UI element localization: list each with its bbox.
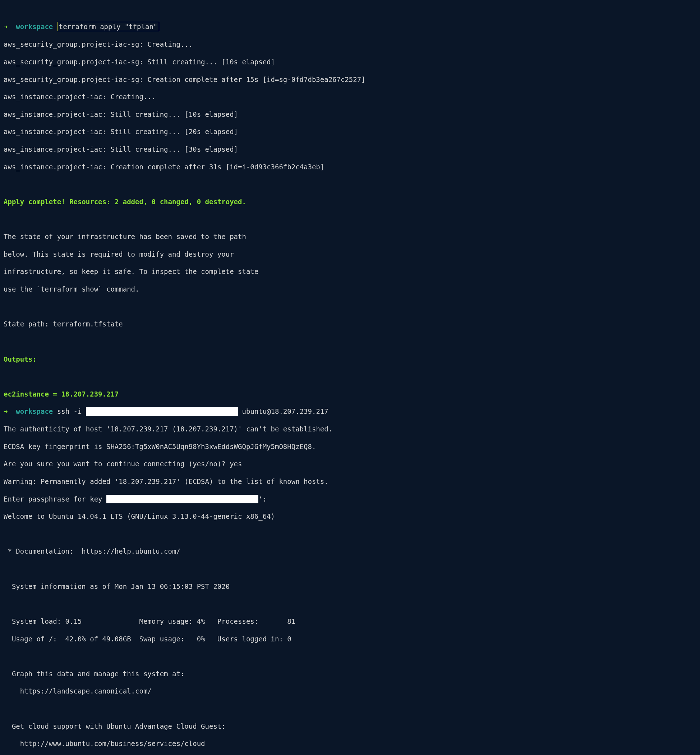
blank-line bbox=[3, 529, 697, 538]
outputs-header: Outputs: bbox=[3, 355, 697, 363]
blank-line bbox=[3, 372, 697, 381]
state-msg: use the `terraform show` command. bbox=[3, 285, 697, 293]
terraform-output-line: aws_instance.project-iac: Still creating… bbox=[3, 145, 697, 154]
blank-line bbox=[3, 215, 697, 224]
blank-line bbox=[3, 180, 697, 188]
state-msg: below. This state is required to modify … bbox=[3, 250, 697, 258]
terraform-output-line: aws_security_group.project-iac-sg: Creat… bbox=[3, 75, 697, 84]
terraform-output-line: aws_instance.project-iac: Still creating… bbox=[3, 110, 697, 119]
ssh-command-post: ubuntu@18.207.239.217 bbox=[238, 407, 328, 415]
prompt-line-2[interactable]: ➜ workspace ssh -i ubuntu@18.207.239.217 bbox=[3, 407, 697, 416]
blank-line bbox=[3, 337, 697, 346]
sysinfo-row: Usage of /: 42.0% of 49.08GB Swap usage:… bbox=[3, 634, 697, 643]
terraform-output-line: aws_instance.project-iac: Creating... bbox=[3, 92, 697, 101]
prompt-cwd: workspace bbox=[16, 23, 53, 31]
command-boxed: terraform apply "tfplan" bbox=[57, 22, 159, 31]
motd-graph: Graph this data and manage this system a… bbox=[3, 669, 697, 678]
terraform-output-line: aws_security_group.project-iac-sg: Creat… bbox=[3, 40, 697, 49]
ssh-output: The authenticity of host '18.207.239.217… bbox=[3, 424, 697, 433]
prompt-arrow-icon: ➜ bbox=[3, 407, 8, 415]
passphrase-pre: Enter passphrase for key bbox=[3, 495, 106, 503]
blank-line bbox=[3, 704, 697, 713]
apply-complete: Apply complete! Resources: 2 added, 0 ch… bbox=[3, 197, 697, 206]
state-msg: infrastructure, so keep it safe. To insp… bbox=[3, 267, 697, 276]
blank-line bbox=[3, 564, 697, 573]
prompt-line-1[interactable]: ➜ workspace terraform apply "tfplan" bbox=[3, 22, 697, 31]
motd-doc: * Documentation: https://help.ubuntu.com… bbox=[3, 547, 697, 556]
ssh-output: Warning: Permanently added '18.207.239.2… bbox=[3, 477, 697, 486]
redacted-keyname bbox=[106, 495, 258, 503]
ssh-passphrase-line: Enter passphrase for key ': bbox=[3, 495, 697, 503]
motd-graph-url: https://landscape.canonical.com/ bbox=[3, 687, 697, 695]
ssh-output: Are you sure you want to continue connec… bbox=[3, 459, 697, 468]
blank-line bbox=[3, 599, 697, 608]
welcome-banner: Welcome to Ubuntu 14.04.1 LTS (GNU/Linux… bbox=[3, 512, 697, 521]
blank-line bbox=[3, 652, 697, 661]
passphrase-post: ': bbox=[258, 495, 267, 503]
sysinfo-header: System information as of Mon Jan 13 06:1… bbox=[3, 582, 697, 591]
state-msg: The state of your infrastructure has bee… bbox=[3, 232, 697, 241]
output-variable: ec2instance = 18.207.239.217 bbox=[3, 390, 697, 398]
ssh-output: ECDSA key fingerprint is SHA256:Tg5xW0nA… bbox=[3, 442, 697, 451]
ssh-command-pre: ssh -i bbox=[57, 407, 86, 415]
motd-cloud: Get cloud support with Ubuntu Advantage … bbox=[3, 722, 697, 730]
blank-line bbox=[3, 302, 697, 311]
terraform-output-line: aws_instance.project-iac: Still creating… bbox=[3, 127, 697, 136]
redacted-keyfile bbox=[86, 407, 238, 416]
terraform-output-line: aws_instance.project-iac: Creation compl… bbox=[3, 163, 697, 171]
prompt-arrow-icon: ➜ bbox=[3, 23, 8, 31]
motd-cloud-url: http://www.ubuntu.com/business/services/… bbox=[3, 739, 697, 748]
state-path: State path: terraform.tfstate bbox=[3, 320, 697, 328]
terraform-output-line: aws_security_group.project-iac-sg: Still… bbox=[3, 58, 697, 66]
sysinfo-row: System load: 0.15 Memory usage: 4% Proce… bbox=[3, 617, 697, 626]
prompt-cwd: workspace bbox=[16, 407, 53, 415]
